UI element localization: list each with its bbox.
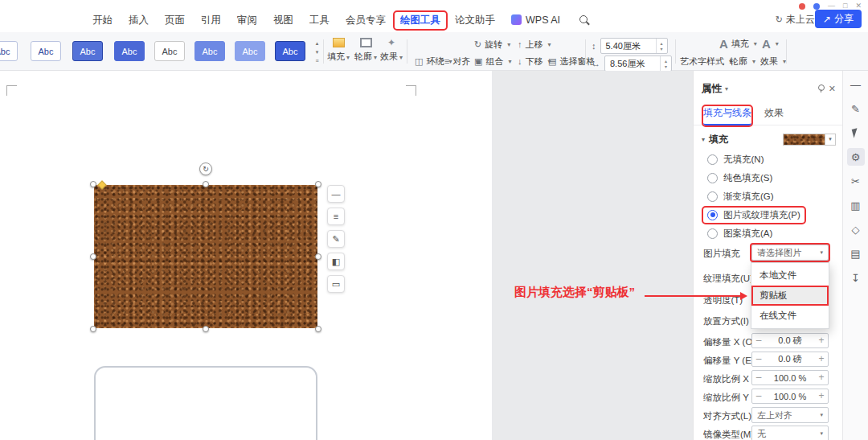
resize-handle[interactable] bbox=[315, 253, 321, 260]
resize-handle[interactable] bbox=[315, 326, 321, 332]
tab-drawing-tools[interactable]: 绘图工具 bbox=[395, 12, 446, 29]
radio-circle[interactable] bbox=[707, 191, 718, 202]
resize-handle[interactable] bbox=[90, 253, 96, 260]
group-button[interactable]: ▣组合 bbox=[474, 56, 511, 68]
radio-circle[interactable] bbox=[707, 173, 718, 183]
wordart-letter-button[interactable]: A bbox=[762, 38, 779, 50]
shape-style-preset[interactable]: Abc bbox=[235, 41, 265, 61]
offset-x-value[interactable]: 0.0 磅 bbox=[765, 335, 815, 347]
radio-solid-fill[interactable]: 纯色填充(S) bbox=[703, 170, 776, 186]
alignment-select[interactable]: 左上对齐 ▾ bbox=[751, 407, 829, 423]
radio-picture-or-texture-fill[interactable]: 图片或纹理填充(P) bbox=[703, 207, 805, 223]
increment-button[interactable]: + bbox=[815, 334, 828, 347]
cloud-sync-status[interactable]: ↻ 未上云 bbox=[776, 13, 815, 27]
picture-fill-select[interactable]: 请选择图片 ▾ bbox=[751, 245, 829, 261]
shape-outline-button[interactable]: 轮廓 bbox=[352, 38, 379, 63]
scissors-icon[interactable]: ✂ bbox=[847, 172, 865, 190]
layout-options-button[interactable]: ≡ bbox=[327, 208, 345, 225]
increment-button[interactable]: + bbox=[815, 371, 828, 384]
tab-paper-assistant[interactable]: 论文助手 bbox=[448, 11, 502, 30]
shape-effects-button[interactable]: ✦ 效果 bbox=[378, 38, 405, 63]
resize-handle[interactable] bbox=[90, 181, 96, 187]
resize-handle[interactable] bbox=[315, 181, 321, 187]
resize-handle[interactable] bbox=[203, 181, 209, 187]
shape-fill-button[interactable]: 填充 bbox=[325, 38, 352, 63]
selection-pane-button[interactable]: ▤选择窗格 bbox=[548, 56, 595, 68]
decrement-button[interactable]: – bbox=[752, 389, 765, 403]
fill-section-header[interactable]: ▾ 填充 ▾ bbox=[702, 132, 836, 146]
shape-style-preset[interactable]: Abc bbox=[275, 41, 305, 61]
close-panel-icon[interactable]: ✕ bbox=[829, 84, 836, 94]
wordart-effects-button[interactable]: 效果 bbox=[760, 56, 786, 68]
shapes-icon[interactable]: ◇ bbox=[847, 220, 865, 238]
offset-y-value[interactable]: 0.0 磅 bbox=[765, 353, 815, 365]
decrement-button[interactable]: – bbox=[752, 334, 765, 347]
rotate-handle[interactable]: ↻ bbox=[199, 162, 212, 175]
share-button[interactable]: ↗ 分享 bbox=[815, 10, 862, 28]
gallery-up-icon[interactable]: ▴ bbox=[316, 40, 319, 46]
wordart-fill-button[interactable]: A填充 bbox=[719, 38, 757, 50]
search-icon[interactable] bbox=[579, 14, 590, 26]
shape-style-preset[interactable]: Abc bbox=[0, 41, 18, 61]
dropdown-item-local-file[interactable]: 本地文件 bbox=[751, 265, 829, 286]
chart-icon[interactable]: ▥ bbox=[847, 196, 865, 214]
radio-circle[interactable] bbox=[707, 154, 718, 165]
edit-pen-icon[interactable]: ✎ bbox=[847, 100, 865, 117]
scale-y-value[interactable]: 100.0 % bbox=[765, 392, 815, 401]
tab-review[interactable]: 审阅 bbox=[230, 11, 264, 30]
tab-reference[interactable]: 引用 bbox=[194, 11, 228, 30]
gallery-down-icon[interactable]: ▾ bbox=[316, 49, 319, 55]
tab-view[interactable]: 视图 bbox=[266, 11, 301, 30]
shape-style-preset[interactable]: Abc bbox=[154, 41, 185, 61]
decrement-button[interactable]: – bbox=[752, 352, 765, 366]
wordart-styles-button[interactable]: 艺术字样式 bbox=[680, 56, 732, 68]
quick-outline-button[interactable]: ▭ bbox=[327, 275, 345, 293]
tab-insert[interactable]: 插入 bbox=[121, 11, 156, 30]
texture-preview-dropdown[interactable]: ▾ bbox=[783, 134, 836, 146]
tab-fill-and-line[interactable]: 填充与线条 bbox=[703, 106, 751, 125]
shape-style-preset[interactable]: Abc bbox=[194, 41, 225, 61]
tab-tools[interactable]: 工具 bbox=[302, 11, 337, 30]
shape-style-preset[interactable]: Abc bbox=[31, 41, 61, 61]
rotate-button[interactable]: ↻旋转 bbox=[474, 39, 510, 51]
edit-shape-button[interactable]: ✎ bbox=[327, 230, 345, 248]
gallery-more-icon[interactable]: ≡ bbox=[315, 58, 318, 64]
resize-handle[interactable] bbox=[90, 326, 96, 332]
tab-page[interactable]: 页面 bbox=[158, 11, 192, 30]
resize-handle[interactable] bbox=[203, 326, 209, 332]
style-gallery-more-button[interactable]: ▴ ▾ ≡ bbox=[312, 40, 322, 64]
minimize-icon[interactable]: — bbox=[828, 2, 835, 10]
tab-member[interactable]: 会员专享 bbox=[338, 11, 393, 30]
selected-picture-filled-shape[interactable]: ↻ bbox=[94, 185, 317, 328]
tab-home[interactable]: 开始 bbox=[85, 11, 120, 30]
radio-gradient-fill[interactable]: 渐变填充(G) bbox=[703, 188, 778, 204]
decrement-button[interactable]: – bbox=[752, 371, 765, 384]
rounded-rectangle-shape[interactable] bbox=[94, 366, 317, 440]
collapse-toolbar-button[interactable]: — bbox=[327, 185, 345, 203]
shape-style-preset[interactable]: Abc bbox=[72, 41, 103, 61]
radio-no-fill[interactable]: 无填充(N) bbox=[703, 151, 768, 167]
bring-forward-button[interactable]: ↑上移 bbox=[518, 39, 551, 51]
titlebar-red-icon[interactable] bbox=[799, 3, 805, 10]
dropdown-item-clipboard[interactable]: 剪贴板 bbox=[751, 286, 829, 306]
increment-button[interactable]: + bbox=[815, 389, 828, 403]
radio-circle-selected[interactable] bbox=[707, 210, 718, 220]
height-spinner[interactable]: ▴▾ bbox=[656, 39, 667, 53]
panel-title[interactable]: 属性 bbox=[702, 82, 722, 96]
shape-style-preset[interactable]: Abc bbox=[114, 41, 145, 61]
restore-icon[interactable]: □ bbox=[843, 2, 847, 10]
collapse-sidebar-icon[interactable]: — bbox=[847, 76, 865, 93]
tab-wps-ai[interactable]: WPS AI bbox=[504, 12, 567, 28]
radio-pattern-fill[interactable]: 图案填充(A) bbox=[703, 225, 776, 241]
height-input[interactable]: 5.40厘米 ▴▾ bbox=[600, 38, 668, 54]
dropdown-item-online-file[interactable]: 在线文件 bbox=[751, 306, 829, 326]
titlebar-blue-icon[interactable] bbox=[813, 3, 820, 10]
increment-button[interactable]: + bbox=[815, 352, 828, 366]
close-icon[interactable]: ✕ bbox=[855, 2, 862, 10]
pin-panel-icon[interactable] bbox=[817, 84, 825, 93]
send-backward-button[interactable]: ↓下移 bbox=[518, 56, 551, 68]
mirror-type-select[interactable]: 无 ▾ bbox=[751, 426, 829, 440]
export-icon[interactable]: ↧ bbox=[847, 269, 865, 286]
radio-circle[interactable] bbox=[707, 228, 718, 239]
scale-x-value[interactable]: 100.0 % bbox=[765, 373, 815, 383]
